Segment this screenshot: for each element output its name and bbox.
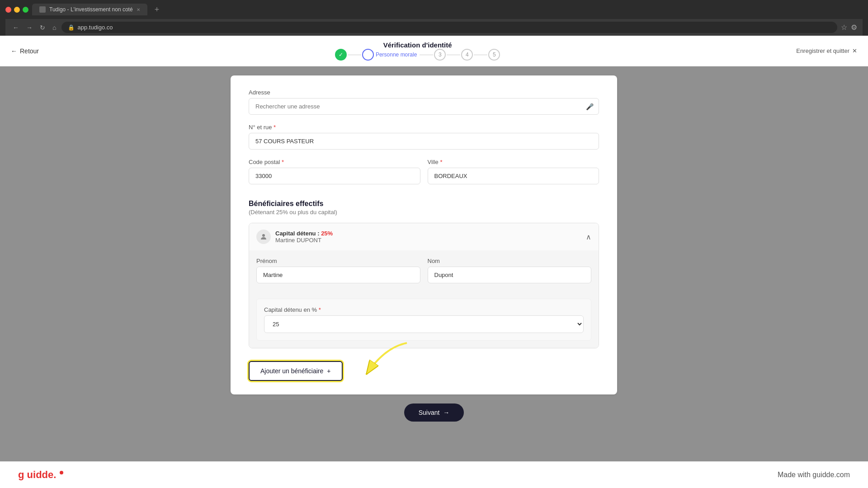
progress-steps: ✓ Personne morale 3 4 5 [335, 49, 500, 61]
step-connector-4 [474, 55, 487, 55]
step-circle-5: 5 [488, 49, 500, 61]
reload-nav-button[interactable]: ↻ [38, 23, 47, 32]
save-quit-button[interactable]: Enregistrer et quitter ✕ [796, 47, 857, 54]
nom-section: Nom [428, 258, 592, 283]
beneficiary-capital-title: Capital détenu : 25% [275, 230, 333, 237]
beneficiary-header-left: Capital détenu : 25% Martine DUPONT [256, 230, 333, 244]
guidde-notification-dot [60, 471, 63, 474]
beneficiary-body: Prénom Nom Capital détenu e [249, 250, 599, 348]
back-nav-button[interactable]: ← [11, 23, 21, 32]
name-row: Prénom Nom [256, 258, 591, 292]
postal-input[interactable] [249, 168, 420, 184]
new-tab-button[interactable]: + [151, 5, 163, 14]
made-with-text: Made with guidde.com [778, 471, 850, 479]
city-section: Ville * [428, 159, 599, 184]
svg-point-0 [262, 234, 265, 237]
bookmark-icon[interactable]: ☆ [841, 23, 847, 32]
add-beneficiary-button[interactable]: Ajouter un bénéficiaire + [249, 361, 343, 381]
forward-nav-button[interactable]: → [24, 23, 34, 32]
step-3: 3 [434, 49, 446, 61]
beneficiary-name: Martine DUPONT [275, 237, 333, 244]
home-nav-button[interactable]: ⌂ [51, 23, 58, 32]
step-1: ✓ [335, 49, 347, 61]
city-input[interactable] [428, 168, 599, 184]
prenom-label: Prénom [256, 258, 420, 264]
browser-toolbar: ← → ↻ ⌂ 🔒 app.tudigo.co ☆ ⚙ [5, 19, 863, 36]
browser-tab[interactable]: Tudigo - L'investissement non coté ✕ [32, 4, 147, 15]
tab-title: Tudigo - L'investissement non coté [49, 6, 133, 13]
guidde-logo-text: uidde. [27, 469, 57, 480]
lock-icon: 🔒 [68, 24, 75, 31]
step-connector-1 [348, 55, 361, 55]
add-beneficiary-plus-icon: + [327, 367, 330, 375]
address-input-wrapper: 🎤 [249, 98, 599, 115]
next-button-wrapper: Suivant → [231, 394, 637, 426]
page-title: Vérification d'identité [383, 41, 452, 49]
nom-label: Nom [428, 258, 592, 264]
capital-percent-select[interactable]: 25 30 50 75 100 [264, 315, 584, 333]
capital-percent-label: Capital détenu en % * [264, 306, 584, 313]
capital-section: Capital détenu en % * 25 30 50 75 100 [256, 299, 591, 341]
browser-titlebar: Tudigo - L'investissement non coté ✕ + [5, 4, 863, 15]
main-content: Adresse 🎤 N° et rue * [0, 66, 868, 461]
beneficiaires-title: Bénéficiaires effectifs [249, 200, 599, 208]
beneficiary-header: Capital détenu : 25% Martine DUPONT ∧ [249, 223, 599, 250]
browser-actions: ☆ ⚙ [841, 23, 857, 32]
back-arrow-icon: ← [11, 47, 17, 55]
address-section: Adresse 🎤 [249, 89, 599, 115]
postal-city-row: Code postal * Ville * [249, 159, 599, 193]
step-2-label: Personne morale [376, 52, 417, 58]
beneficiary-info: Capital détenu : 25% Martine DUPONT [275, 230, 333, 244]
app-header: ← Retour Vérification d'identité ✓ Perso… [0, 36, 868, 66]
guidde-logo-g: g [18, 469, 24, 480]
form-container: Adresse 🎤 N° et rue * [231, 75, 617, 394]
postal-section: Code postal * [249, 159, 420, 184]
add-beneficiary-label: Ajouter un bénéficiaire [260, 367, 323, 375]
microphone-icon: 🎤 [586, 103, 594, 110]
prenom-input[interactable] [256, 267, 420, 283]
step-circle-1: ✓ [335, 49, 347, 61]
street-label: N° et rue * [249, 124, 599, 131]
nom-input[interactable] [428, 267, 592, 283]
required-star: * [274, 124, 276, 131]
address-label: Adresse [249, 89, 599, 96]
step-circle-3: 3 [434, 49, 446, 61]
postal-label: Code postal * [249, 159, 420, 165]
beneficiary-card: Capital détenu : 25% Martine DUPONT ∧ Pr [249, 223, 599, 348]
next-arrow-icon: → [443, 409, 449, 416]
browser-chrome: Tudigo - L'investissement non coté ✕ + ←… [0, 0, 868, 36]
maximize-traffic-light[interactable] [23, 7, 28, 13]
address-bar[interactable]: 🔒 app.tudigo.co [61, 22, 837, 33]
back-label: Retour [20, 47, 39, 55]
step-circle-4: 4 [461, 49, 473, 61]
minimize-traffic-light[interactable] [14, 7, 20, 13]
step-4: 4 [461, 49, 473, 61]
step-connector-2 [420, 55, 433, 55]
save-quit-label: Enregistrer et quitter [796, 47, 849, 54]
arrow-annotation [348, 338, 416, 384]
url-display: app.tudigo.co [77, 24, 113, 31]
prenom-section: Prénom [256, 258, 420, 283]
traffic-lights [5, 7, 28, 13]
back-button[interactable]: ← Retour [11, 47, 39, 55]
beneficiary-toggle-icon[interactable]: ∧ [586, 233, 591, 241]
app-container: ← Retour Vérification d'identité ✓ Perso… [0, 36, 868, 488]
step-connector-3 [447, 55, 460, 55]
beneficiaires-subtitle: (Détenant 25% ou plus du capital) [249, 209, 599, 216]
street-input[interactable] [249, 133, 599, 150]
step-5: 5 [488, 49, 500, 61]
street-section: N° et rue * [249, 124, 599, 150]
step-2: Personne morale [362, 49, 419, 61]
save-quit-close-icon: ✕ [852, 47, 857, 54]
guidde-logo: g uidde. [18, 469, 63, 481]
next-button[interactable]: Suivant → [404, 404, 464, 422]
city-label: Ville * [428, 159, 599, 165]
extensions-icon[interactable]: ⚙ [851, 23, 857, 32]
next-label: Suivant [419, 409, 440, 416]
address-search-input[interactable] [249, 98, 599, 115]
close-traffic-light[interactable] [5, 7, 11, 13]
step-circle-2 [362, 49, 374, 61]
app-footer: g uidde. Made with guidde.com [0, 461, 868, 488]
tab-close-icon[interactable]: ✕ [137, 7, 140, 12]
beneficiaires-section: Bénéficiaires effectifs (Détenant 25% ou… [249, 200, 599, 381]
